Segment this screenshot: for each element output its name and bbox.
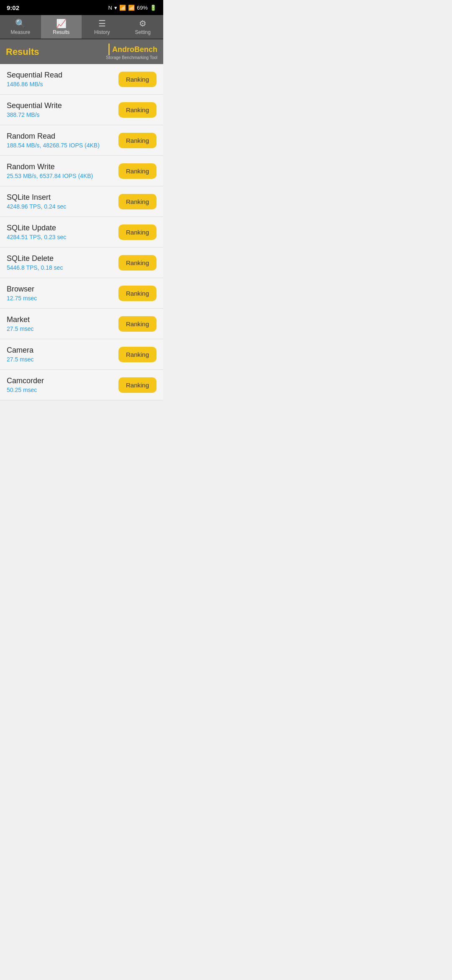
result-name: Sequential Write bbox=[7, 101, 118, 110]
result-row: SQLite Insert4248.96 TPS, 0.24 secRankin… bbox=[0, 186, 163, 217]
ranking-button[interactable]: Ranking bbox=[118, 347, 157, 362]
result-value: 4248.96 TPS, 0.24 sec bbox=[7, 203, 118, 210]
result-value: 1486.86 MB/s bbox=[7, 81, 118, 88]
tab-measure[interactable]: 🔍 Measure bbox=[0, 15, 41, 39]
result-info: Market27.5 msec bbox=[7, 315, 118, 332]
result-name: Camcorder bbox=[7, 377, 118, 385]
ranking-button[interactable]: Ranking bbox=[118, 255, 157, 271]
battery-level: 69% bbox=[137, 5, 148, 11]
result-info: Random Write25.53 MB/s, 6537.84 IOPS (4K… bbox=[7, 162, 118, 179]
result-value: 50.25 msec bbox=[7, 387, 118, 393]
ranking-button[interactable]: Ranking bbox=[118, 286, 157, 301]
result-name: Random Write bbox=[7, 162, 118, 171]
result-name: SQLite Update bbox=[7, 224, 118, 232]
status-time: 9:02 bbox=[7, 4, 19, 11]
ranking-button[interactable]: Ranking bbox=[118, 72, 157, 87]
brand-logo: AndroBench Storage Benchmarking Tool bbox=[106, 44, 157, 60]
result-value: 5446.8 TPS, 0.18 sec bbox=[7, 264, 118, 271]
result-value: 25.53 MB/s, 6537.84 IOPS (4KB) bbox=[7, 173, 118, 179]
result-info: Sequential Read1486.86 MB/s bbox=[7, 71, 118, 88]
ranking-button[interactable]: Ranking bbox=[118, 224, 157, 240]
tab-results[interactable]: 📈 Results bbox=[41, 15, 82, 39]
result-name: Browser bbox=[7, 285, 118, 294]
result-name: Market bbox=[7, 315, 118, 324]
brand-sub: Storage Benchmarking Tool bbox=[106, 55, 157, 60]
ranking-button[interactable]: Ranking bbox=[118, 377, 157, 393]
result-row: Random Read188.54 MB/s, 48268.75 IOPS (4… bbox=[0, 125, 163, 156]
status-icons: N ▾ 📶 📶 69% 🔋 bbox=[108, 5, 157, 11]
setting-icon: ⚙ bbox=[139, 19, 146, 28]
result-info: SQLite Insert4248.96 TPS, 0.24 sec bbox=[7, 193, 118, 210]
tab-measure-label: Measure bbox=[10, 29, 30, 35]
result-row: SQLite Update4284.51 TPS, 0.23 secRankin… bbox=[0, 217, 163, 248]
history-icon: ☰ bbox=[98, 19, 106, 28]
result-info: Browser12.75 msec bbox=[7, 285, 118, 302]
result-info: SQLite Update4284.51 TPS, 0.23 sec bbox=[7, 224, 118, 240]
result-info: Random Read188.54 MB/s, 48268.75 IOPS (4… bbox=[7, 132, 118, 149]
result-name: Random Read bbox=[7, 132, 118, 141]
ranking-button[interactable]: Ranking bbox=[118, 163, 157, 179]
result-list: Sequential Read1486.86 MB/sRankingSequen… bbox=[0, 64, 163, 400]
nfc-icon: N bbox=[108, 5, 112, 11]
result-name: Sequential Read bbox=[7, 71, 118, 80]
result-info: SQLite Delete5446.8 TPS, 0.18 sec bbox=[7, 254, 118, 271]
result-value: 388.72 MB/s bbox=[7, 111, 118, 118]
result-row: Camera27.5 msecRanking bbox=[0, 339, 163, 370]
nav-tabs: 🔍 Measure 📈 Results ☰ History ⚙ Setting bbox=[0, 15, 163, 39]
measure-icon: 🔍 bbox=[15, 19, 26, 28]
wifi-icon: ▾ bbox=[114, 5, 117, 11]
ranking-button[interactable]: Ranking bbox=[118, 194, 157, 209]
result-value: 12.75 msec bbox=[7, 295, 118, 302]
ranking-button[interactable]: Ranking bbox=[118, 316, 157, 332]
result-row: Sequential Write388.72 MB/sRanking bbox=[0, 95, 163, 125]
brand-name-bench: Bench bbox=[134, 45, 157, 54]
tab-setting[interactable]: ⚙ Setting bbox=[123, 15, 164, 39]
status-bar: 9:02 N ▾ 📶 📶 69% 🔋 bbox=[0, 0, 163, 15]
result-info: Camcorder50.25 msec bbox=[7, 377, 118, 393]
result-name: SQLite Insert bbox=[7, 193, 118, 202]
ranking-button[interactable]: Ranking bbox=[118, 102, 157, 118]
result-name: SQLite Delete bbox=[7, 254, 118, 263]
results-header: Results AndroBench Storage Benchmarking … bbox=[0, 39, 163, 64]
signal-icon1: 📶 bbox=[119, 5, 126, 11]
ranking-button[interactable]: Ranking bbox=[118, 133, 157, 148]
signal-icon2: 📶 bbox=[128, 5, 135, 11]
result-value: 188.54 MB/s, 48268.75 IOPS (4KB) bbox=[7, 142, 118, 149]
result-row: SQLite Delete5446.8 TPS, 0.18 secRanking bbox=[0, 248, 163, 278]
result-value: 4284.51 TPS, 0.23 sec bbox=[7, 234, 118, 240]
result-info: Camera27.5 msec bbox=[7, 346, 118, 363]
tab-results-label: Results bbox=[53, 29, 69, 35]
result-row: Random Write25.53 MB/s, 6537.84 IOPS (4K… bbox=[0, 156, 163, 186]
result-row: Browser12.75 msecRanking bbox=[0, 278, 163, 309]
result-row: Camcorder50.25 msecRanking bbox=[0, 370, 163, 400]
result-name: Camera bbox=[7, 346, 118, 355]
brand-name: AndroBench bbox=[112, 45, 157, 54]
brand-name-andro: Andro bbox=[112, 45, 134, 54]
tab-history[interactable]: ☰ History bbox=[82, 15, 123, 39]
result-value: 27.5 msec bbox=[7, 356, 118, 363]
results-title: Results bbox=[6, 46, 39, 57]
brand-bar bbox=[108, 44, 110, 55]
result-info: Sequential Write388.72 MB/s bbox=[7, 101, 118, 118]
tab-history-label: History bbox=[94, 29, 110, 35]
result-row: Market27.5 msecRanking bbox=[0, 309, 163, 339]
result-row: Sequential Read1486.86 MB/sRanking bbox=[0, 64, 163, 95]
battery-icon: 🔋 bbox=[150, 5, 157, 11]
tab-setting-label: Setting bbox=[135, 29, 151, 35]
result-value: 27.5 msec bbox=[7, 325, 118, 332]
results-icon: 📈 bbox=[56, 19, 67, 28]
